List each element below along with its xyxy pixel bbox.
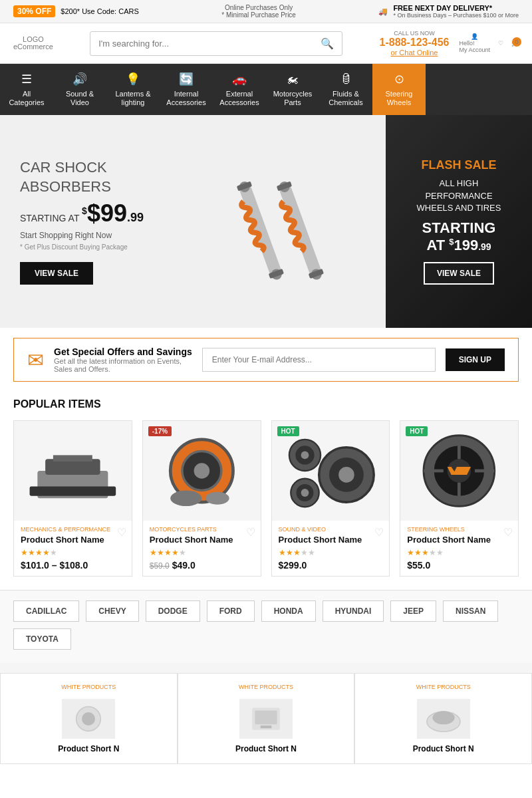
hero-price-label: STARTING AT bbox=[20, 213, 82, 223]
nav-all-categories[interactable]: ☰ AllCategories bbox=[0, 64, 53, 115]
product-card-1[interactable]: MECHANICS & PERFORMANCE Product Short Na… bbox=[13, 420, 132, 577]
product-info-4: STEERING WHEELS Product Short Name ★★★★★… bbox=[400, 521, 518, 576]
wishlist-btn-1[interactable]: ♡ bbox=[117, 526, 126, 539]
bottom-product-img-3 bbox=[417, 699, 470, 739]
hero-subtitle: CAR SHOCKABSORBERS bbox=[20, 158, 144, 196]
hero-section: CAR SHOCKABSORBERS STARTING AT $$99.99 S… bbox=[0, 115, 532, 328]
email-input-wrap bbox=[202, 348, 436, 372]
flash-sale-btn[interactable]: VIEW SALE bbox=[424, 262, 494, 285]
product-card-4[interactable]: HOT STEERING WHEELS bbox=[400, 420, 519, 577]
steering-wheel-icon: ⊙ bbox=[394, 72, 404, 86]
brand-ford[interactable]: FORD bbox=[207, 600, 255, 622]
product-stars-2: ★★★★★ bbox=[150, 548, 254, 557]
user-icon: 👤 bbox=[471, 33, 478, 40]
brand-dodge[interactable]: DODGE bbox=[146, 600, 200, 622]
email-input[interactable] bbox=[202, 348, 436, 372]
product-card-2[interactable]: -17% MOTORCYCLES PARTS Product Short Nam… bbox=[142, 420, 261, 577]
wishlist-btn-2[interactable]: ♡ bbox=[246, 526, 255, 539]
nav-motorcycles-parts[interactable]: 🏍 MotorcyclesParts bbox=[266, 64, 319, 115]
search-bar[interactable]: 🔍 bbox=[90, 31, 342, 56]
product-image-3: HOT bbox=[272, 421, 390, 521]
svg-rect-12 bbox=[30, 487, 116, 496]
promo-badge: 30% OFF bbox=[13, 5, 55, 17]
product-info-1: MECHANICS & PERFORMANCE Product Short Na… bbox=[14, 521, 132, 576]
brands-section: CADILLAC CHEVY DODGE FORD HONDA HYUNDAI … bbox=[0, 590, 532, 663]
lantern-icon: 💡 bbox=[126, 72, 140, 86]
bottom-product-3[interactable]: WHITE PRODUCTS Product Short N bbox=[354, 673, 532, 764]
bottom-product-2[interactable]: WHITE PRODUCTS Product Short N bbox=[178, 673, 355, 764]
bottom-product-img-1 bbox=[62, 699, 115, 739]
search-button[interactable]: 🔍 bbox=[313, 32, 342, 55]
product-category-1: MECHANICS & PERFORMANCE bbox=[21, 526, 125, 533]
bottom-products-grid: WHITE PRODUCTS Product Short N WHITE PRO… bbox=[0, 673, 532, 764]
bottom-product-label-3: WHITE PRODUCTS bbox=[416, 684, 471, 690]
brands-grid: CADILLAC CHEVY DODGE FORD HONDA HYUNDAI … bbox=[13, 600, 519, 650]
oil-icon: 🛢 bbox=[340, 72, 352, 86]
brand-jeep[interactable]: JEEP bbox=[390, 600, 436, 622]
navigation: ☰ AllCategories 🔊 Sound &Video 💡 Lantern… bbox=[0, 64, 532, 115]
bottom-product-name-2: Product Short N bbox=[235, 744, 297, 753]
product-stars-1: ★★★★★ bbox=[21, 548, 125, 557]
product-card-3[interactable]: HOT SOUND & VIDEO Pr bbox=[271, 420, 390, 577]
car-icon: 🚗 bbox=[232, 72, 247, 86]
nav-internal-accessories[interactable]: 🔄 InternalAccessories bbox=[160, 64, 213, 115]
svg-point-39 bbox=[82, 712, 95, 726]
logo[interactable]: LOGO eCommerce bbox=[13, 36, 53, 51]
email-text: Get Special Offers and Savings Get all t… bbox=[54, 346, 192, 373]
search-input[interactable] bbox=[90, 33, 313, 54]
header-right: CALL US NOW 1-888-123-456 or Chat Online… bbox=[380, 30, 519, 57]
bottom-product-1[interactable]: WHITE PRODUCTS Product Short N bbox=[0, 673, 178, 764]
product-image-1 bbox=[14, 421, 132, 521]
hero-shop-text: Start Shopping Right Now bbox=[20, 231, 144, 240]
email-sub: Get all the latest information on Events… bbox=[54, 357, 192, 373]
hero-view-sale-btn[interactable]: VIEW SALE bbox=[20, 262, 93, 285]
svg-rect-41 bbox=[255, 711, 277, 725]
bottom-section: WHITE PRODUCTS Product Short N WHITE PRO… bbox=[0, 663, 532, 764]
product-name-2: Product Short Name bbox=[150, 535, 254, 545]
hamburger-icon: ☰ bbox=[21, 72, 32, 86]
bottom-product-name-3: Product Short N bbox=[413, 744, 474, 753]
email-icon: ✉ bbox=[27, 348, 44, 372]
speaker-icon: 🔊 bbox=[72, 72, 87, 86]
email-signup-section: ✉ Get Special Offers and Savings Get all… bbox=[13, 338, 519, 382]
wishlist-btn-3[interactable]: ♡ bbox=[374, 526, 384, 539]
nav-fluids-chemicals[interactable]: 🛢 Fluids &Chemicals bbox=[319, 64, 372, 115]
flash-sale-label: FLASH SALE bbox=[417, 158, 501, 172]
hero-right-content: FLASH SALE ALL HIGHPERFORMANCEWHEELS AND… bbox=[417, 158, 501, 285]
promo-center: Online Purchases Only * Minimal Purchase… bbox=[221, 4, 296, 19]
brand-honda[interactable]: HONDA bbox=[261, 600, 316, 622]
header: LOGO eCommerce 🔍 CALL US NOW 1-888-123-4… bbox=[0, 23, 532, 64]
signup-button[interactable]: SIGN UP bbox=[446, 348, 505, 371]
rotate-icon: 🔄 bbox=[179, 72, 194, 86]
motorcycle-icon: 🏍 bbox=[287, 72, 299, 86]
svg-point-16 bbox=[194, 464, 209, 479]
cart-icon-group[interactable]: 🛒 0 bbox=[511, 40, 519, 47]
brand-cadillac[interactable]: CADILLAC bbox=[13, 600, 79, 622]
wishlist-btn-4[interactable]: ♡ bbox=[503, 526, 513, 539]
nav-lanterns[interactable]: 💡 Lanterns &lighting bbox=[106, 64, 160, 115]
brand-toyota[interactable]: TOYOTA bbox=[13, 628, 71, 650]
wishlist-icon-group[interactable]: ♡ bbox=[498, 40, 503, 47]
brand-nissan[interactable]: NISSAN bbox=[443, 600, 498, 622]
brand-hyundai[interactable]: HYUNDAI bbox=[323, 600, 384, 622]
nav-steering-wheels[interactable]: ⊙ SteeringWheels bbox=[372, 64, 426, 115]
product-price-1: $101.0 – $108.0 bbox=[21, 560, 125, 571]
nav-sound-video[interactable]: 🔊 Sound &Video bbox=[53, 64, 106, 115]
nav-external-accessories[interactable]: 🚗 ExternalAccessories bbox=[213, 64, 266, 115]
bottom-product-name-1: Product Short N bbox=[58, 744, 119, 753]
shock-absorber-image bbox=[213, 154, 372, 289]
product-badge-4: HOT bbox=[406, 426, 428, 436]
heart-icon: ♡ bbox=[498, 40, 503, 47]
brand-chevy[interactable]: CHEVY bbox=[86, 600, 138, 622]
product-image-4: HOT bbox=[400, 421, 518, 521]
svg-rect-42 bbox=[261, 726, 272, 728]
product-info-3: SOUND & VIDEO Product Short Name ★★★★★ $… bbox=[272, 521, 390, 576]
product-price-2: $59.0 $49.0 bbox=[150, 560, 254, 571]
svg-point-17 bbox=[170, 491, 201, 507]
call-info: CALL US NOW 1-888-123-456 or Chat Online bbox=[380, 30, 450, 57]
product-badge-3: HOT bbox=[277, 426, 299, 436]
popular-items-title: POPULAR ITEMS bbox=[0, 392, 532, 420]
product-stars-3: ★★★★★ bbox=[279, 548, 383, 557]
account-icon-group[interactable]: 👤 Hello!My Account bbox=[459, 33, 490, 53]
bottom-product-label-1: WHITE PRODUCTS bbox=[61, 684, 116, 690]
